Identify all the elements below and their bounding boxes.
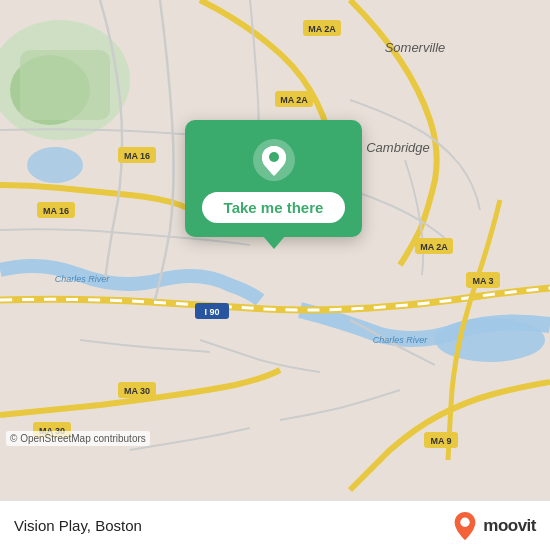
take-me-there-button[interactable]: Take me there bbox=[202, 192, 346, 223]
svg-text:Charles River: Charles River bbox=[373, 335, 429, 345]
svg-point-4 bbox=[435, 318, 545, 362]
svg-text:MA 3: MA 3 bbox=[472, 276, 493, 286]
svg-text:MA 2A: MA 2A bbox=[308, 24, 336, 34]
moovit-text: moovit bbox=[483, 516, 536, 536]
svg-text:MA 9: MA 9 bbox=[430, 436, 451, 446]
svg-point-32 bbox=[269, 152, 279, 162]
svg-text:Charles River: Charles River bbox=[55, 274, 111, 284]
svg-text:MA 16: MA 16 bbox=[124, 151, 150, 161]
svg-point-33 bbox=[461, 517, 470, 526]
location-label: Vision Play, Boston bbox=[14, 517, 142, 534]
svg-text:Cambridge: Cambridge bbox=[366, 140, 430, 155]
svg-point-5 bbox=[27, 147, 83, 183]
map-svg: MA 2A MA 2A MA 2A MA 16 MA 16 I 90 MA 3 … bbox=[0, 0, 550, 500]
svg-text:MA 2A: MA 2A bbox=[420, 242, 448, 252]
svg-text:MA 2A: MA 2A bbox=[280, 95, 308, 105]
svg-text:MA 16: MA 16 bbox=[43, 206, 69, 216]
popup-card[interactable]: Take me there bbox=[185, 120, 362, 237]
osm-attribution: © OpenStreetMap contributors bbox=[6, 431, 150, 446]
moovit-pin-icon bbox=[451, 510, 479, 542]
moovit-logo[interactable]: moovit bbox=[451, 510, 536, 542]
svg-text:I 90: I 90 bbox=[204, 307, 219, 317]
bottom-bar: Vision Play, Boston moovit bbox=[0, 500, 550, 550]
svg-rect-3 bbox=[20, 50, 110, 120]
svg-text:Somerville: Somerville bbox=[385, 40, 446, 55]
map-container: MA 2A MA 2A MA 2A MA 16 MA 16 I 90 MA 3 … bbox=[0, 0, 550, 500]
location-pin-icon bbox=[252, 138, 296, 182]
svg-text:MA 30: MA 30 bbox=[124, 386, 150, 396]
